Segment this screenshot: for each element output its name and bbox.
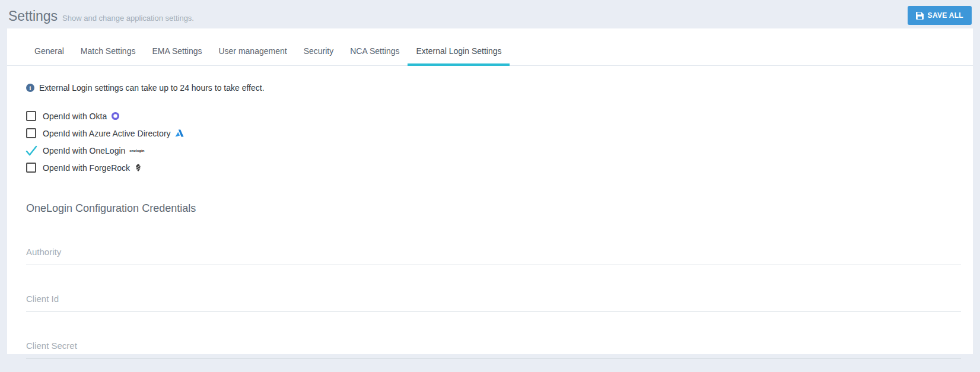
page-header: Settings Show and change application set… xyxy=(0,0,980,28)
credentials-form xyxy=(26,244,961,359)
provider-row-forgerock: OpenId with ForgeRock xyxy=(26,159,961,176)
okta-logo-icon xyxy=(111,112,120,120)
client-id-field-wrap xyxy=(26,291,961,312)
azure-checkbox[interactable] xyxy=(26,128,36,138)
tab-security[interactable]: Security xyxy=(295,28,342,66)
forgerock-logo-icon xyxy=(134,163,142,172)
forgerock-checkbox[interactable] xyxy=(26,163,36,173)
tab-external-login-settings[interactable]: External Login Settings xyxy=(408,28,510,66)
client-id-input[interactable] xyxy=(26,291,961,312)
page-subtitle: Show and change application settings. xyxy=(62,14,194,23)
tab-content: i External Login settings can take up to… xyxy=(7,83,973,359)
authority-input[interactable] xyxy=(26,244,961,265)
provider-row-okta: OpenId with Okta xyxy=(26,107,961,125)
page-title: Settings xyxy=(8,8,58,24)
okta-label: OpenId with Okta xyxy=(43,112,107,121)
tab-match-settings[interactable]: Match Settings xyxy=(72,28,144,66)
info-icon: i xyxy=(26,84,34,92)
forgerock-label: OpenId with ForgeRock xyxy=(43,163,130,173)
tab-general[interactable]: General xyxy=(26,28,72,66)
client-secret-input[interactable] xyxy=(26,338,961,359)
provider-row-onelogin: OpenId with OneLogin onelogin xyxy=(26,142,961,159)
section-title-onelogin-credentials: OneLogin Configuration Credentials xyxy=(26,202,961,215)
onelogin-logo-icon: onelogin xyxy=(129,149,144,152)
azure-label: OpenId with Azure Active Directory xyxy=(43,129,171,138)
settings-card: General Match Settings EMA Settings User… xyxy=(7,28,973,354)
okta-checkbox[interactable] xyxy=(26,111,36,121)
client-secret-field-wrap xyxy=(26,338,961,359)
provider-row-azure: OpenId with Azure Active Directory xyxy=(26,125,961,142)
tab-ema-settings[interactable]: EMA Settings xyxy=(144,28,210,66)
tab-user-management[interactable]: User management xyxy=(210,28,295,66)
save-all-button[interactable]: SAVE ALL xyxy=(908,6,972,25)
notice-text: External Login settings can take up to 2… xyxy=(39,83,265,93)
tab-nca-settings[interactable]: NCA Settings xyxy=(342,28,408,66)
authority-field-wrap xyxy=(26,244,961,265)
save-floppy-icon xyxy=(916,12,924,20)
external-login-notice: i External Login settings can take up to… xyxy=(26,83,961,93)
provider-list: OpenId with Okta OpenId with Azure Activ… xyxy=(26,107,961,176)
azure-logo-icon xyxy=(175,129,184,138)
settings-tabs: General Match Settings EMA Settings User… xyxy=(7,28,973,66)
onelogin-label: OpenId with OneLogin xyxy=(43,146,125,155)
onelogin-checkbox-checked[interactable] xyxy=(25,144,38,160)
save-all-label: SAVE ALL xyxy=(928,11,963,20)
